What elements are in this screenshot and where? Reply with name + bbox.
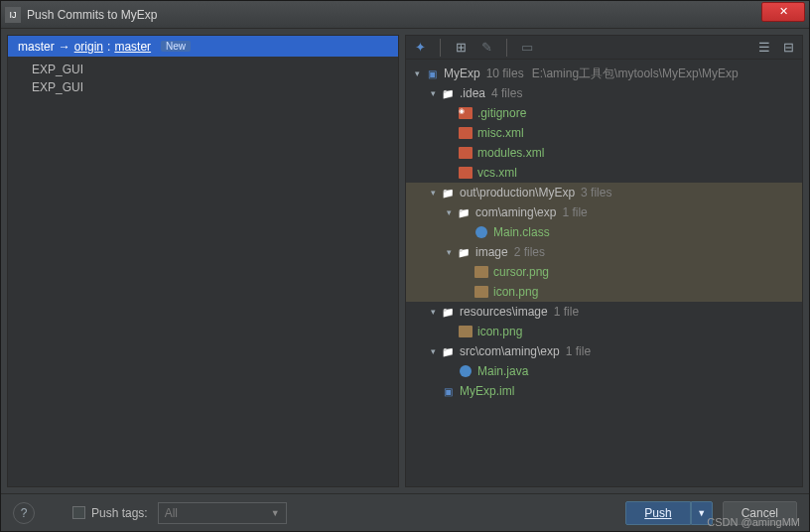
commit-item[interactable]: EXP_GUI bbox=[8, 61, 398, 78]
tree-file[interactable]: cursor.png bbox=[406, 262, 802, 282]
expand-icon[interactable]: ⊞ bbox=[453, 40, 469, 56]
tree-folder[interactable]: ▾src\com\aming\exp1 file bbox=[406, 341, 802, 361]
tree-folder[interactable]: ▾resources\image1 file bbox=[406, 302, 802, 322]
arrow: → bbox=[59, 40, 70, 54]
push-tags-combo[interactable]: All ▼ bbox=[158, 502, 287, 524]
commits-panel: master → origin : master New EXP_GUI EXP… bbox=[7, 35, 399, 487]
tree-file[interactable]: modules.xml bbox=[406, 143, 802, 163]
branch-sep: : bbox=[107, 40, 110, 54]
collapse-icon[interactable]: ⊟ bbox=[780, 40, 796, 56]
app-icon: IJ bbox=[5, 7, 21, 23]
file-tree[interactable]: ▾▣MyExp10 filesE:\aming工具包\mytools\MyExp… bbox=[406, 60, 802, 486]
tree-folder[interactable]: ▾com\aming\exp1 file bbox=[406, 202, 802, 222]
close-button[interactable]: ✕ bbox=[761, 2, 805, 22]
new-badge: New bbox=[161, 41, 191, 52]
push-button[interactable]: Push bbox=[625, 501, 690, 525]
tree-file[interactable]: misc.xml bbox=[406, 123, 802, 143]
tree-file[interactable]: icon.png bbox=[406, 322, 802, 341]
commit-item[interactable]: EXP_GUI bbox=[8, 78, 398, 96]
commit-list: EXP_GUI EXP_GUI bbox=[8, 57, 398, 100]
tree-file[interactable]: icon.png bbox=[406, 282, 802, 302]
chevron-down-icon: ▼ bbox=[271, 508, 280, 518]
window-title: Push Commits to MyExp bbox=[27, 8, 761, 22]
dialog-footer: ? Push tags: All ▼ Push ▼ Cancel bbox=[1, 493, 809, 531]
tree-file[interactable]: vcs.xml bbox=[406, 163, 802, 183]
remote-branch[interactable]: master bbox=[114, 40, 151, 54]
tree-file[interactable]: Main.class bbox=[406, 222, 802, 242]
tree-folder[interactable]: ▾.idea4 files bbox=[406, 83, 802, 103]
titlebar: IJ Push Commits to MyExp ✕ bbox=[1, 1, 809, 29]
tree-file[interactable]: Main.java bbox=[406, 361, 802, 381]
push-button-group: Push ▼ bbox=[625, 501, 712, 525]
pin-icon[interactable]: ✦ bbox=[412, 40, 428, 56]
checkbox-icon[interactable] bbox=[72, 506, 85, 519]
push-tags-checkbox[interactable]: Push tags: bbox=[72, 506, 148, 520]
files-panel: ✦ ⊞ ✎ ▭ ☰ ⊟ ▾▣MyExp10 filesE:\aming工具包\m… bbox=[405, 35, 803, 487]
tree-folder[interactable]: ▾image2 files bbox=[406, 242, 802, 262]
local-branch: master bbox=[18, 40, 55, 54]
files-toolbar: ✦ ⊞ ✎ ▭ ☰ ⊟ bbox=[406, 36, 802, 60]
push-tags-label: Push tags: bbox=[91, 506, 148, 520]
remote-name[interactable]: origin bbox=[74, 40, 103, 54]
combo-value: All bbox=[165, 506, 178, 520]
group-icon[interactable]: ☰ bbox=[756, 40, 772, 56]
tree-folder[interactable]: ▾out\production\MyExp3 files bbox=[406, 183, 802, 202]
watermark: CSDN @amingMM bbox=[707, 516, 800, 528]
tree-root[interactable]: ▾▣MyExp10 filesE:\aming工具包\mytools\MyExp… bbox=[406, 64, 802, 83]
tree-file[interactable]: ▣MyExp.iml bbox=[406, 381, 802, 401]
branch-row[interactable]: master → origin : master New bbox=[8, 36, 398, 57]
tree-file[interactable]: ◉.gitignore bbox=[406, 103, 802, 123]
help-button[interactable]: ? bbox=[13, 502, 35, 524]
diff-icon[interactable]: ▭ bbox=[519, 40, 535, 56]
edit-icon[interactable]: ✎ bbox=[478, 40, 494, 56]
